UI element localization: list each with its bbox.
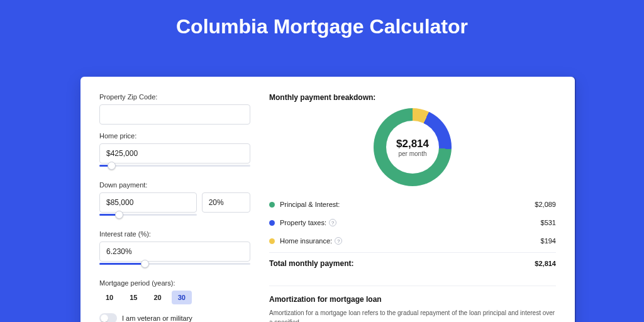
zip-label: Property Zip Code: [99,93,250,101]
amortization-desc: Amortization for a mortgage loan refers … [269,309,556,322]
amortization-title: Amortization for mortgage loan [269,295,556,304]
donut-value: $2,814 [396,138,429,150]
rate-field: Interest rate (%): [99,230,250,272]
home-price-field: Home price: [99,132,250,174]
period-options: 10152030 [99,291,250,304]
legend-dot-icon [269,202,275,208]
slider-fill [99,263,145,265]
form-panel: Property Zip Code: Home price: Down paym… [99,93,250,322]
legend-label: Home insurance: [280,237,332,245]
down-payment-slider[interactable] [99,214,197,223]
toggle-knob [101,314,108,322]
total-row: Total monthly payment: $2,814 [269,252,556,274]
slider-thumb[interactable] [115,211,123,219]
period-option-10[interactable]: 10 [99,291,119,304]
home-price-label: Home price: [99,132,250,140]
period-option-20[interactable]: 20 [148,291,168,304]
page-title: Columbia Mortgage Calculator [0,0,644,38]
veteran-row: I am veteran or military [99,313,250,322]
rate-label: Interest rate (%): [99,230,250,238]
period-field: Mortgage period (years): 10152030 [99,279,250,304]
down-payment-field: Down payment: [99,181,250,223]
home-price-input[interactable] [99,143,250,164]
period-label: Mortgage period (years): [99,279,250,287]
total-amount: $2,814 [535,260,556,267]
zip-field: Property Zip Code: [99,93,250,125]
breakdown-title: Monthly payment breakdown: [269,93,556,102]
legend-row: Home insurance:?$194 [269,231,556,250]
legend-dot-icon [269,220,275,226]
total-label: Total monthly payment: [269,259,353,268]
veteran-toggle[interactable] [99,313,117,322]
rate-slider[interactable] [99,263,250,272]
legend-amount: $194 [541,237,556,245]
slider-thumb[interactable] [108,162,116,170]
down-payment-pct-input[interactable] [202,192,250,213]
legend-amount: $2,089 [535,201,556,208]
breakdown-panel: Monthly payment breakdown: $2,814 per mo… [269,93,556,322]
calculator-card: Property Zip Code: Home price: Down paym… [80,77,575,322]
period-option-30[interactable]: 30 [172,291,192,304]
legend-list: Principal & Interest:$2,089Property taxe… [269,195,556,250]
slider-thumb[interactable] [141,260,149,268]
info-icon[interactable]: ? [329,219,336,226]
veteran-label: I am veteran or military [122,314,192,322]
legend-label: Principal & Interest: [280,201,340,208]
legend-dot-icon [269,238,275,244]
donut-ring: $2,814 per month [374,108,452,186]
home-price-slider[interactable] [99,165,250,174]
period-option-15[interactable]: 15 [123,291,143,304]
legend-row: Principal & Interest:$2,089 [269,195,556,213]
down-payment-input[interactable] [99,192,197,213]
donut-chart: $2,814 per month [269,108,556,186]
legend-amount: $531 [541,219,556,226]
down-payment-label: Down payment: [99,181,250,189]
zip-input[interactable] [99,104,250,125]
legend-row: Property taxes:?$531 [269,213,556,231]
donut-center: $2,814 per month [386,121,439,174]
legend-label: Property taxes: [280,219,326,226]
slider-track [99,165,250,167]
rate-input[interactable] [99,242,250,262]
amortization-section: Amortization for mortgage loan Amortizat… [269,286,556,322]
donut-sub: per month [398,150,426,157]
divider [269,286,556,286]
info-icon[interactable]: ? [335,237,342,245]
